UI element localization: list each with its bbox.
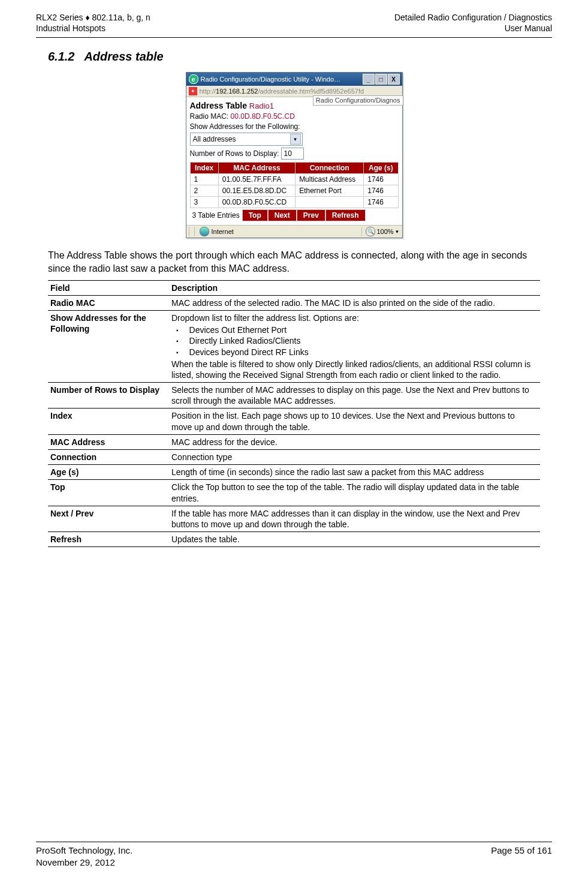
list-item: Directly Linked Radios/Clients [171,335,535,346]
field-name: Age (s) [48,465,169,480]
table-row: 1 01.00.5E.7F.FF.FA Multicast Address 17… [190,174,398,185]
show-addresses-label: Show Addresses for the Following: [190,122,399,131]
cell-index: 2 [190,185,218,197]
list-item: Devices Out Ethernet Port [171,325,535,335]
cell-index: 3 [190,197,218,208]
cell-index: 1 [190,174,218,185]
table-row: Number of Rows to Display Selects the nu… [48,383,540,409]
table-row: Top Click the Top button to see the top … [48,480,540,506]
rows-input[interactable]: 10 [281,148,304,160]
zoom-icon: 🔍 [366,227,375,236]
col-mac: MAC Address [218,163,295,174]
status-bar: Internet 🔍 100% ▼ [186,225,402,238]
desc-post: When the table is filtered to show only … [171,359,535,380]
intro-paragraph: The Address Table shows the port through… [48,249,540,275]
cell-conn [295,197,364,208]
th-desc: Description [169,280,540,295]
field-name: Index [48,409,169,434]
description-table: Field Description Radio MAC MAC address … [48,280,540,548]
prev-button[interactable]: Prev [297,209,325,221]
maximize-button[interactable]: □ [375,74,387,85]
field-desc: Click the Top button to see the top of t… [169,480,540,506]
cell-age: 1746 [364,197,398,208]
url-text[interactable]: http://192.168.1.252/addresstable.htm%df… [200,88,364,95]
footer-rule [36,842,552,842]
field-name: Connection [48,450,169,465]
cell-age: 1746 [364,185,398,197]
col-index: Index [190,163,218,174]
field-name: Refresh [48,532,169,547]
window-title: Radio Configuration/Diagnostic Utility -… [201,76,341,83]
cell-mac: 00.0D.8D.F0.5C.CD [218,197,295,208]
show-addresses-select[interactable]: All addresses ▼ [190,133,303,146]
section-number: 6.1.2 [48,50,74,63]
status-internet: Internet [212,228,234,235]
window-titlebar: e Radio Configuration/Diagnostic Utility… [186,73,402,86]
minimize-button[interactable]: _ [363,74,375,85]
desc-pre: Dropdown list to filter the address list… [171,313,535,323]
status-divider [194,227,197,236]
browser-tab[interactable]: Radio Configuration/Diagnos [313,95,403,106]
table-row: Age (s) Length of time (in seconds) sinc… [48,465,540,480]
panel-title-text: Address Table [190,101,247,110]
cell-mac: 00.1E.E5.D8.8D.DC [218,185,295,197]
field-desc: Updates the table. [169,532,540,547]
field-desc: Dropdown list to filter the address list… [169,310,540,382]
chevron-down-icon: ▼ [290,134,301,145]
page-header: RLX2 Series ♦ 802.11a, b, g, n Industria… [36,12,552,34]
table-row: Show Addresses for the Following Dropdow… [48,310,540,382]
close-button[interactable]: X [388,74,400,85]
field-name: Next / Prev [48,506,169,531]
cell-conn: Multicast Address [295,174,364,185]
top-button[interactable]: Top [242,209,268,221]
refresh-button[interactable]: Refresh [325,209,366,221]
radio-mac-label: Radio MAC: [190,112,229,121]
field-name: Radio MAC [48,295,169,310]
col-age: Age (s) [364,163,398,174]
header-right-line1: Detailed Radio Configuration / Diagnosti… [394,12,552,23]
app-icon: e [189,74,198,84]
status-divider [189,227,192,236]
app-window: e Radio Configuration/Diagnostic Utility… [186,72,403,238]
table-row: 2 00.1E.E5.D8.8D.DC Ethernet Port 1746 [190,185,398,197]
status-divider [361,227,364,236]
header-left-line2: Industrial Hotspots [36,23,150,34]
entries-count: 3 Table Entries [190,210,242,221]
field-name: Top [48,480,169,506]
radio-mac-row: Radio MAC: 00.0D.8D.F0.5C.CD [190,112,399,121]
list-item: Devices beyond Direct RF Links [171,347,535,358]
field-desc: Length of time (in seconds) since the ra… [169,465,540,480]
table-row: MAC Address MAC address for the device. [48,434,540,449]
rows-row: Number of Rows to Display: 10 [190,148,399,160]
page-footer: ProSoft Technology, Inc. November 29, 20… [36,842,552,868]
footer-left-line1: ProSoft Technology, Inc. [36,845,132,857]
next-button[interactable]: Next [268,209,297,221]
url-rest: /addresstable.htm%df5d8952e657fd [258,88,364,95]
footer-right-line1: Page 55 of 161 [491,845,552,857]
field-name: MAC Address [48,434,169,449]
field-desc: MAC address for the device. [169,434,540,449]
table-row: Radio MAC MAC address of the selected ra… [48,295,540,310]
section-title: Address table [84,50,163,63]
rows-label: Number of Rows to Display: [190,149,279,158]
table-row: Next / Prev If the table has more MAC ad… [48,506,540,531]
section-heading: 6.1.2 Address table [48,50,552,64]
table-row: Connection Connection type [48,450,540,465]
cell-age: 1746 [364,174,398,185]
table-row: Refresh Updates the table. [48,532,540,547]
address-table-header: Index MAC Address Connection Age (s) [190,163,398,174]
footer-left-line2: November 29, 2012 [36,857,132,869]
status-zoom: 100% [376,228,393,235]
th-field: Field [48,280,169,295]
col-connection: Connection [295,163,364,174]
favicon-icon: ✦ [189,87,197,95]
url-ip: 192.168.1.252 [216,88,258,95]
table-row: Index Position in the list. Each page sh… [48,409,540,434]
cell-mac: 01.00.5E.7F.FF.FA [218,174,295,185]
header-left-line1: RLX2 Series ♦ 802.11a, b, g, n [36,12,150,23]
chevron-down-icon[interactable]: ▼ [395,229,400,235]
header-right-line2: User Manual [394,23,552,34]
field-desc: Connection type [169,450,540,465]
address-bar: ✦ http://192.168.1.252/addresstable.htm%… [186,86,402,97]
address-table: Index MAC Address Connection Age (s) 1 0… [190,162,399,208]
